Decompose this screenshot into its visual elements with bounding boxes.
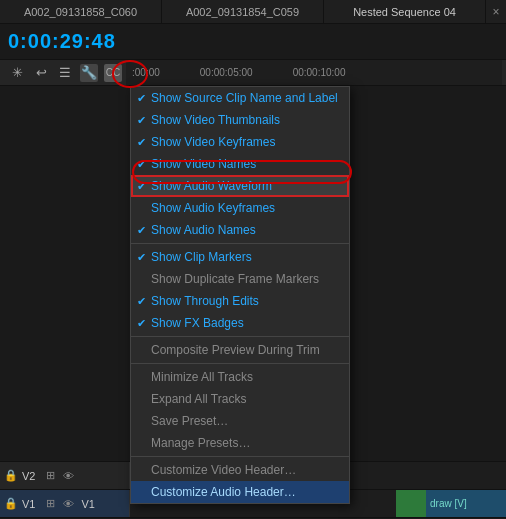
check-customize-audio: ✔	[137, 486, 151, 499]
tab-nested-seq[interactable]: Nested Sequence 04	[324, 0, 486, 23]
menu-item-composite-preview[interactable]: ✔ Composite Preview During Trim	[131, 339, 349, 361]
check-clip-markers: ✔	[137, 251, 151, 264]
menu-item-source-clip[interactable]: ✔ Show Source Clip Name and Label	[131, 87, 349, 109]
track-icon-v2-1[interactable]: ⊞	[43, 469, 57, 483]
menu-item-customize-audio[interactable]: ✔ Customize Audio Header…	[131, 481, 349, 503]
label-video-names: Show Video Names	[151, 157, 339, 171]
menu-item-duplicate-frame[interactable]: ✔ Show Duplicate Frame Markers	[131, 268, 349, 290]
label-audio-names: Show Audio Names	[151, 223, 339, 237]
menu-item-through-edits[interactable]: ✔ Show Through Edits	[131, 290, 349, 312]
label-clip-markers: Show Clip Markers	[151, 250, 339, 264]
check-customize-video: ✔	[137, 464, 151, 477]
track-clip-green	[396, 490, 426, 517]
separator-3	[131, 363, 349, 364]
check-source-clip: ✔	[137, 92, 151, 105]
close-button[interactable]: ×	[486, 0, 506, 23]
label-customize-video: Customize Video Header…	[151, 463, 339, 477]
label-fx-badges: Show FX Badges	[151, 316, 339, 330]
track-clip-v1: draw [V]	[426, 490, 506, 517]
track-name-v2: V2	[22, 470, 35, 482]
label-duplicate-frame: Show Duplicate Frame Markers	[151, 272, 339, 286]
lock-icon-v2[interactable]: 🔒	[4, 469, 18, 483]
menu-item-clip-markers[interactable]: ✔ Show Clip Markers	[131, 246, 349, 268]
wrench-icon[interactable]: 🔧	[80, 64, 98, 82]
track-name-v1-inner: V1	[81, 498, 94, 510]
ruler-mark-3: 00:00:10:00	[293, 67, 346, 78]
label-audio-keyframes: Show Audio Keyframes	[151, 201, 339, 215]
check-fx-badges: ✔	[137, 317, 151, 330]
label-expand-tracks: Expand All Tracks	[151, 392, 339, 406]
label-save-preset: Save Preset…	[151, 414, 339, 428]
lock-icon-v1[interactable]: 🔒	[4, 497, 18, 511]
timecode-ruler: :00:00 00:00:05:00 00:00:10:00	[126, 60, 502, 85]
undo-icon[interactable]: ↩	[32, 64, 50, 82]
track-label-area-v1: 🔒 V1 ⊞ 👁 V1	[0, 490, 130, 517]
eye-icon-v1[interactable]: 👁	[61, 497, 75, 511]
check-video-keyframes: ✔	[137, 136, 151, 149]
check-save-preset: ✔	[137, 415, 151, 428]
check-expand-tracks: ✔	[137, 393, 151, 406]
clip-label-v1: draw [V]	[430, 498, 467, 509]
menu-item-audio-waveform[interactable]: ✔ Show Audio Waveform	[131, 175, 349, 197]
label-manage-presets: Manage Presets…	[151, 436, 339, 450]
label-video-thumbnails: Show Video Thumbnails	[151, 113, 339, 127]
list-icon[interactable]: ☰	[56, 64, 74, 82]
track-icon-v1-1[interactable]: ⊞	[43, 497, 57, 511]
menu-item-customize-video[interactable]: ✔ Customize Video Header…	[131, 459, 349, 481]
menu-item-audio-names[interactable]: ✔ Show Audio Names	[131, 219, 349, 241]
tab-label-2: A002_09131854_C059	[186, 6, 299, 18]
check-audio-keyframes: ✔	[137, 202, 151, 215]
check-minimize-tracks: ✔	[137, 371, 151, 384]
check-through-edits: ✔	[137, 295, 151, 308]
label-source-clip: Show Source Clip Name and Label	[151, 91, 339, 105]
check-manage-presets: ✔	[137, 437, 151, 450]
menu-item-audio-keyframes[interactable]: ✔ Show Audio Keyframes	[131, 197, 349, 219]
ruler-mark-1: :00:00	[132, 67, 160, 78]
check-audio-names: ✔	[137, 224, 151, 237]
label-through-edits: Show Through Edits	[151, 294, 339, 308]
label-video-keyframes: Show Video Keyframes	[151, 135, 339, 149]
asterisk-icon[interactable]: ✳	[8, 64, 26, 82]
menu-item-fx-badges[interactable]: ✔ Show FX Badges	[131, 312, 349, 334]
top-bar: A002_09131858_C060 A002_09131854_C059 Ne…	[0, 0, 506, 24]
separator-1	[131, 243, 349, 244]
check-duplicate-frame: ✔	[137, 273, 151, 286]
toolbar: ✳ ↩ ☰ 🔧 CC	[4, 64, 126, 82]
menu-item-manage-presets[interactable]: ✔ Manage Presets…	[131, 432, 349, 454]
menu-item-video-names[interactable]: ✔ Show Video Names	[131, 153, 349, 175]
check-audio-waveform: ✔	[137, 180, 151, 193]
track-name-v1-outer: V1	[22, 498, 35, 510]
label-minimize-tracks: Minimize All Tracks	[151, 370, 339, 384]
label-audio-waveform: Show Audio Waveform	[151, 179, 339, 193]
tab-label-1: A002_09131858_C060	[24, 6, 137, 18]
label-customize-audio: Customize Audio Header…	[151, 485, 339, 499]
menu-item-video-thumbnails[interactable]: ✔ Show Video Thumbnails	[131, 109, 349, 131]
menu-item-minimize-tracks[interactable]: ✔ Minimize All Tracks	[131, 366, 349, 388]
tab-a002-c059[interactable]: A002_09131854_C059	[162, 0, 324, 23]
check-video-names: ✔	[137, 158, 151, 171]
menu-item-video-keyframes[interactable]: ✔ Show Video Keyframes	[131, 131, 349, 153]
separator-2	[131, 336, 349, 337]
ruler-mark-2: 00:00:05:00	[200, 67, 253, 78]
context-menu: ✔ Show Source Clip Name and Label ✔ Show…	[130, 86, 350, 504]
tab-label-3: Nested Sequence 04	[353, 6, 456, 18]
timeline-header: ✳ ↩ ☰ 🔧 CC :00:00 00:00:05:00 00:00:10:0…	[0, 60, 506, 86]
cc-icon[interactable]: CC	[104, 64, 122, 82]
timecode-value: 0:00:29:48	[8, 30, 116, 53]
label-composite-preview: Composite Preview During Trim	[151, 343, 339, 357]
eye-icon-v2[interactable]: 👁	[61, 469, 75, 483]
menu-item-save-preset[interactable]: ✔ Save Preset…	[131, 410, 349, 432]
separator-4	[131, 456, 349, 457]
menu-item-expand-tracks[interactable]: ✔ Expand All Tracks	[131, 388, 349, 410]
check-composite-preview: ✔	[137, 344, 151, 357]
timecode-display: 0:00:29:48	[0, 24, 506, 60]
track-label-area-v2: 🔒 V2 ⊞ 👁	[0, 462, 130, 489]
tab-a002-c060[interactable]: A002_09131858_C060	[0, 0, 162, 23]
check-video-thumbnails: ✔	[137, 114, 151, 127]
